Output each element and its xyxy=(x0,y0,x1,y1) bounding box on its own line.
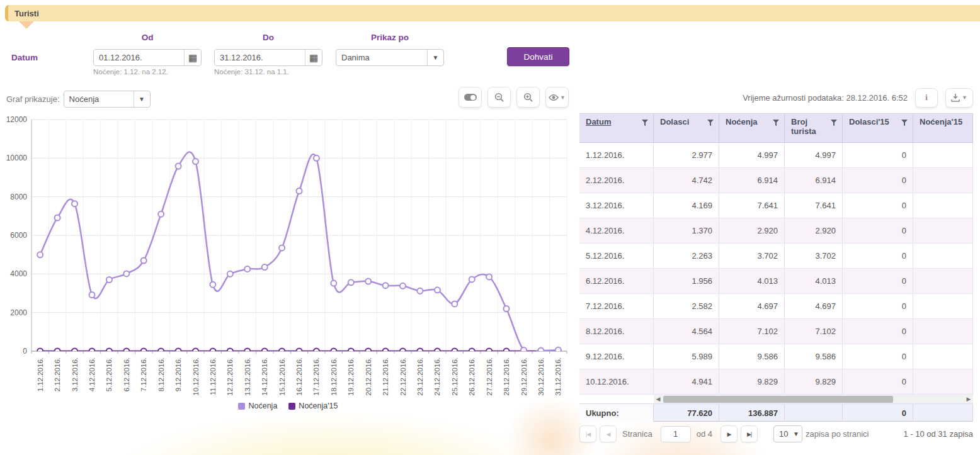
scroll-left-icon[interactable]: ◀ xyxy=(654,395,663,404)
top-tab-bar[interactable]: Turisti xyxy=(5,5,980,21)
chevron-down-icon: ▼ xyxy=(134,91,150,107)
page-title: Turisti xyxy=(14,9,39,18)
table-cell: 0 xyxy=(843,269,913,294)
date-from-field: ▦ xyxy=(93,49,202,66)
table-cell xyxy=(913,244,973,269)
dohvati-button[interactable]: Dohvati xyxy=(507,47,569,66)
legend-swatch xyxy=(238,403,245,410)
next-page-button[interactable]: ▶ xyxy=(721,425,738,442)
scroll-right-icon[interactable]: ▶ xyxy=(964,395,973,404)
column-header[interactable]: Datum xyxy=(579,114,654,142)
table-row: 1.12.2016.2.9774.9974.9970 xyxy=(579,143,973,168)
export-button[interactable]: ▼ xyxy=(945,88,973,108)
svg-text:9.12.2016.: 9.12.2016. xyxy=(174,357,182,391)
table-cell: 7.641 xyxy=(785,193,843,218)
zoom-out-button[interactable] xyxy=(487,87,511,108)
page-label: Stranica xyxy=(622,429,652,439)
page-size-select[interactable]: 10 ▼ xyxy=(773,425,802,442)
svg-text:10.12.2016.: 10.12.2016. xyxy=(192,357,200,396)
chevron-down-icon: ▼ xyxy=(962,94,967,101)
page-of-label: od 4 xyxy=(697,429,712,439)
prikaz-po-value: Danima xyxy=(336,53,427,62)
records-range-label: 1 - 10 od 31 zapisa xyxy=(903,429,973,439)
svg-text:30.12.2016.: 30.12.2016. xyxy=(537,357,545,396)
svg-text:16.12.2016.: 16.12.2016. xyxy=(295,357,303,396)
svg-text:0: 0 xyxy=(23,347,27,356)
previous-page-button[interactable]: ◀ xyxy=(600,425,617,442)
date-to-field: ▦ xyxy=(214,49,322,66)
svg-text:19.12.2016.: 19.12.2016. xyxy=(347,357,355,396)
table-cell: 3.702 xyxy=(785,244,843,269)
scrollbar-thumb[interactable] xyxy=(663,396,893,403)
svg-text:7.12.2016.: 7.12.2016. xyxy=(140,357,147,391)
column-header[interactable]: Broj turista xyxy=(785,114,843,142)
table-cell: 0 xyxy=(843,218,913,244)
totals-cell: 77.620 xyxy=(654,404,719,422)
prikaz-po-column-label: Prikaz po xyxy=(336,33,444,42)
datum-row-label: Datum xyxy=(11,53,38,62)
page-number-input[interactable] xyxy=(661,426,691,442)
column-header-label: Dolasci'15 xyxy=(849,118,889,127)
table-cell: 0 xyxy=(843,193,913,218)
calendar-icon[interactable]: ▦ xyxy=(184,50,201,65)
table-cell: 5.989 xyxy=(654,344,719,369)
filter-icon[interactable] xyxy=(773,120,779,126)
filter-icon[interactable] xyxy=(642,120,648,126)
pagination-bar: |◀ ◀ Stranica od 4 ▶ ▶| 10 ▼ zapisa po s… xyxy=(579,425,973,442)
table-cell: 6.914 xyxy=(785,168,843,193)
graf-prikazuje-value: Noćenja xyxy=(64,94,134,104)
filter-icon[interactable] xyxy=(831,120,837,126)
svg-text:28.12.2016.: 28.12.2016. xyxy=(503,357,510,396)
table-cell: 2.12.2016. xyxy=(579,168,654,193)
eye-icon xyxy=(549,94,559,101)
table-cell: 7.102 xyxy=(785,319,843,344)
table-cell: 7.641 xyxy=(719,193,785,218)
table-cell: 9.829 xyxy=(719,369,785,395)
graf-prikazuje-select[interactable]: Noćenja ▼ xyxy=(64,91,151,108)
table-row: 2.12.2016.4.7426.9146.9140 xyxy=(579,168,973,193)
chart-toggle-button[interactable] xyxy=(459,87,482,108)
table-cell: 0 xyxy=(843,294,913,319)
scrollbar-strip: ◀ ▶ xyxy=(579,395,973,404)
download-icon xyxy=(951,94,960,102)
table-row: 3.12.2016.4.1697.6417.6410 xyxy=(579,193,973,218)
column-header[interactable]: Dolasci xyxy=(654,114,719,142)
filter-icon[interactable] xyxy=(707,120,714,126)
svg-text:6.12.2016.: 6.12.2016. xyxy=(123,357,130,391)
table-body: 1.12.2016.2.9774.9974.99702.12.2016.4.74… xyxy=(579,143,973,395)
date-to-hint: Noćenje: 31.12. na 1.1. xyxy=(214,68,289,76)
table-row: 10.12.2016.4.9419.8299.8290 xyxy=(579,369,973,395)
info-button[interactable]: i xyxy=(915,88,938,108)
prikaz-po-select[interactable]: Danima ▼ xyxy=(336,49,444,66)
column-header[interactable]: Dolasci'15 xyxy=(843,114,913,142)
filter-icon[interactable] xyxy=(901,120,908,126)
column-header[interactable]: Noćenja xyxy=(719,114,785,142)
table-cell: 4.564 xyxy=(654,319,719,344)
table-cell: 5.12.2016. xyxy=(579,244,654,269)
svg-text:2000: 2000 xyxy=(10,308,27,317)
frozen-column-spacer xyxy=(579,395,654,403)
last-page-button[interactable]: ▶| xyxy=(741,425,758,442)
column-header[interactable]: Noćenja'15 xyxy=(913,114,973,142)
date-from-input[interactable] xyxy=(94,50,184,65)
table-cell: 6.914 xyxy=(719,168,785,193)
calendar-icon[interactable]: ▦ xyxy=(305,50,322,65)
table-row: 5.12.2016.2.2633.7023.7020 xyxy=(579,244,973,269)
table-row: 6.12.2016.1.9564.0134.0130 xyxy=(579,269,973,294)
table-horizontal-scrollbar[interactable]: ◀ ▶ xyxy=(654,395,973,403)
chevron-down-icon: ▼ xyxy=(790,426,802,442)
chart-legend[interactable]: NoćenjaNoćenja'15 xyxy=(6,402,570,410)
column-header-label: Datum xyxy=(586,118,611,127)
svg-text:2.12.2016.: 2.12.2016. xyxy=(54,357,61,391)
date-to-input[interactable] xyxy=(215,50,305,65)
svg-text:23.12.2016.: 23.12.2016. xyxy=(416,357,424,396)
zoom-in-button[interactable] xyxy=(516,87,540,108)
svg-text:6000: 6000 xyxy=(10,231,27,240)
legend-item[interactable]: Noćenja'15 xyxy=(288,402,338,410)
legend-item[interactable]: Noćenja xyxy=(238,402,277,410)
chevron-down-icon: ▼ xyxy=(560,94,566,101)
svg-text:13.12.2016.: 13.12.2016. xyxy=(244,357,251,396)
first-page-button[interactable]: |◀ xyxy=(579,425,596,442)
series-visibility-button[interactable]: ▼ xyxy=(545,87,569,108)
table-cell xyxy=(913,218,973,244)
